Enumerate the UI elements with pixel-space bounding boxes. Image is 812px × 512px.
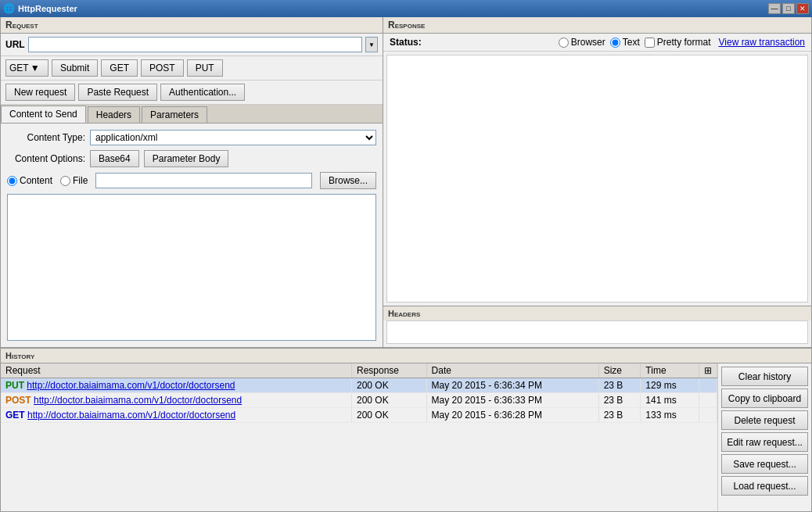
text-radio-item[interactable]: Text bbox=[610, 37, 640, 48]
browser-radio-item[interactable]: Browser bbox=[559, 37, 605, 48]
url-input[interactable] bbox=[28, 37, 362, 52]
row-response: 200 OK bbox=[351, 393, 426, 408]
pretty-format-item[interactable]: Pretty format bbox=[645, 37, 711, 48]
col-date: Date bbox=[426, 363, 598, 378]
save-request-button[interactable]: Save request... bbox=[721, 454, 808, 474]
action-button-row: New request Paste Request Authentication… bbox=[1, 81, 383, 105]
put-button[interactable]: PUT bbox=[187, 59, 223, 77]
copy-to-clipboard-button[interactable]: Copy to clipboard bbox=[721, 388, 808, 408]
url-link[interactable]: http://doctor.baiaimama.com/v1/doctor/do… bbox=[34, 395, 242, 406]
url-link[interactable]: http://doctor.baiaimama.com/v1/doctor/do… bbox=[27, 410, 235, 421]
maximize-button[interactable]: □ bbox=[782, 3, 795, 14]
content-type-select[interactable]: application/xml bbox=[90, 130, 376, 145]
tab-content-to-send[interactable]: Content to Send bbox=[1, 106, 86, 123]
row-request: POST http://doctor.baiaimama.com/v1/doct… bbox=[1, 393, 351, 408]
col-extra: ⊞ bbox=[699, 363, 717, 378]
app-icon: 🌐 bbox=[3, 3, 15, 14]
file-radio[interactable] bbox=[60, 176, 70, 186]
method-select[interactable]: GET ▼ bbox=[5, 59, 49, 77]
request-panel-header: Request bbox=[1, 17, 383, 34]
col-time: Time bbox=[641, 363, 699, 378]
url-dropdown-button[interactable]: ▼ bbox=[365, 37, 378, 52]
content-type-label: Content Type: bbox=[7, 132, 85, 143]
file-radio-item[interactable]: File bbox=[60, 175, 88, 186]
history-table-container: Request Response Date Size Time ⊞ PUT ht… bbox=[1, 363, 717, 511]
row-time: 141 ms bbox=[641, 393, 699, 408]
table-row[interactable]: GET http://doctor.baiaimama.com/v1/docto… bbox=[1, 408, 717, 423]
browser-radio[interactable] bbox=[559, 38, 569, 48]
request-tabs: Content to Send Headers Parameters bbox=[1, 105, 383, 124]
minimize-button[interactable]: — bbox=[768, 3, 781, 14]
view-raw-transaction-link[interactable]: View raw transaction bbox=[719, 37, 806, 48]
row-extra bbox=[699, 378, 717, 393]
delete-request-button[interactable]: Delete request bbox=[721, 410, 808, 430]
content-radio[interactable] bbox=[7, 176, 17, 186]
url-row: URL ▼ bbox=[1, 34, 383, 56]
table-row[interactable]: POST http://doctor.baiaimama.com/v1/doct… bbox=[1, 393, 717, 408]
table-row[interactable]: PUT http://doctor.baiaimama.com/v1/docto… bbox=[1, 378, 717, 393]
method-label: POST bbox=[5, 395, 31, 406]
view-options: Browser Text Pretty format View raw tran… bbox=[559, 37, 805, 48]
edit-raw-request-button[interactable]: Edit raw request... bbox=[721, 432, 808, 452]
row-request: GET http://doctor.baiaimama.com/v1/docto… bbox=[1, 408, 351, 423]
method-dropdown-arrow: ▼ bbox=[31, 63, 40, 73]
top-panels: Request URL ▼ GET ▼ Submit GET POST PUT bbox=[0, 17, 812, 348]
content-type-row: Content Type: application/xml bbox=[7, 130, 376, 145]
row-response: 200 OK bbox=[351, 408, 426, 423]
response-panel-header: Response bbox=[383, 17, 811, 34]
title-bar-controls: — □ ✕ bbox=[768, 3, 809, 14]
response-headers-label: Headers bbox=[383, 306, 811, 320]
submit-button[interactable]: Submit bbox=[52, 59, 98, 77]
close-button[interactable]: ✕ bbox=[796, 3, 809, 14]
history-table: Request Response Date Size Time ⊞ PUT ht… bbox=[1, 363, 717, 423]
response-headers-area bbox=[386, 320, 808, 344]
url-link[interactable]: http://doctor.baiaimama.com/v1/doctor/do… bbox=[27, 380, 235, 391]
clear-history-button[interactable]: Clear history bbox=[721, 367, 808, 386]
status-label: Status: bbox=[390, 37, 422, 48]
browse-button[interactable]: Browse... bbox=[320, 172, 376, 189]
pretty-format-checkbox[interactable] bbox=[645, 38, 655, 48]
paste-request-button[interactable]: Paste Request bbox=[78, 84, 157, 101]
load-request-button[interactable]: Load request... bbox=[721, 476, 808, 496]
tab-headers[interactable]: Headers bbox=[88, 106, 140, 123]
method-button-row: GET ▼ Submit GET POST PUT bbox=[1, 56, 383, 81]
row-time: 133 ms bbox=[641, 408, 699, 423]
content-to-send-area: Content Type: application/xml Content Op… bbox=[1, 124, 383, 347]
request-panel: Request URL ▼ GET ▼ Submit GET POST PUT bbox=[0, 17, 383, 348]
col-response: Response bbox=[351, 363, 426, 378]
title-bar-left: 🌐 HttpRequester bbox=[3, 3, 77, 14]
method-label: PUT bbox=[5, 380, 24, 391]
row-date: May 20 2015 - 6:36:33 PM bbox=[426, 393, 598, 408]
row-time: 129 ms bbox=[641, 378, 699, 393]
response-panel: Response Status: Browser Text bbox=[383, 17, 812, 348]
base64-button[interactable]: Base64 bbox=[90, 150, 139, 167]
tab-parameters[interactable]: Parameters bbox=[142, 106, 207, 123]
post-button[interactable]: POST bbox=[141, 59, 184, 77]
authentication-button[interactable]: Authentication... bbox=[160, 84, 245, 101]
row-size: 23 B bbox=[598, 393, 641, 408]
text-radio[interactable] bbox=[610, 38, 620, 48]
new-request-button[interactable]: New request bbox=[5, 84, 75, 101]
title-bar: 🌐 HttpRequester — □ ✕ bbox=[0, 0, 812, 17]
row-request: PUT http://doctor.baiaimama.com/v1/docto… bbox=[1, 378, 351, 393]
get-button[interactable]: GET bbox=[101, 59, 138, 77]
row-response: 200 OK bbox=[351, 378, 426, 393]
content-textarea[interactable] bbox=[7, 194, 376, 341]
app-title: HttpRequester bbox=[18, 4, 77, 13]
col-request: Request bbox=[1, 363, 351, 378]
parameter-body-button[interactable]: Parameter Body bbox=[144, 150, 229, 167]
history-content: Request Response Date Size Time ⊞ PUT ht… bbox=[1, 363, 811, 511]
row-size: 23 B bbox=[598, 408, 641, 423]
file-path-input[interactable] bbox=[95, 173, 312, 188]
content-radio-item[interactable]: Content bbox=[7, 175, 52, 186]
history-header: History bbox=[1, 349, 811, 363]
main-container: Request URL ▼ GET ▼ Submit GET POST PUT bbox=[0, 17, 812, 512]
row-date: May 20 2015 - 6:36:28 PM bbox=[426, 408, 598, 423]
col-size: Size bbox=[598, 363, 641, 378]
response-body bbox=[386, 55, 808, 303]
row-extra bbox=[699, 408, 717, 423]
response-toolbar: Status: Browser Text Pretty format bbox=[383, 34, 811, 52]
row-extra bbox=[699, 393, 717, 408]
url-label: URL bbox=[5, 39, 25, 50]
row-size: 23 B bbox=[598, 378, 641, 393]
